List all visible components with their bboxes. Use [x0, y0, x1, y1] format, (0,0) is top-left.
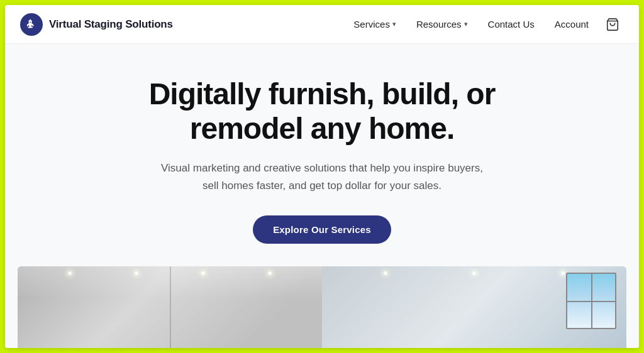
light-7 [561, 271, 565, 275]
brand-logo [20, 13, 43, 36]
room-image-left [18, 266, 322, 348]
light-4 [268, 271, 272, 275]
nav-resources[interactable]: Resources ▾ [409, 14, 475, 35]
navbar-nav: Services ▾ Resources ▾ Contact Us Accoun… [346, 13, 624, 36]
brand[interactable]: Virtual Staging Solutions [20, 13, 173, 36]
hero-subtitle: Visual marketing and creative solutions … [158, 160, 486, 193]
hero-image-strip [18, 266, 626, 348]
light-3 [201, 271, 205, 275]
explore-services-button[interactable]: Explore Our Services [253, 215, 391, 244]
nav-contact[interactable]: Contact Us [480, 14, 542, 35]
light-5 [384, 271, 387, 275]
brand-name: Virtual Staging Solutions [49, 18, 173, 31]
resources-chevron-icon: ▾ [464, 20, 468, 28]
light-2 [135, 271, 138, 275]
room-image-right [322, 266, 626, 348]
window-element [566, 273, 616, 329]
browser-frame: Virtual Staging Solutions Services ▾ Res… [5, 5, 639, 348]
ceiling-lights-left [18, 271, 322, 275]
light-1 [68, 271, 72, 275]
brand-icon [25, 18, 38, 31]
light-6 [472, 271, 476, 275]
hero-title: Digitally furnish, build, or remodel any… [133, 77, 511, 146]
navbar: Virtual Staging Solutions Services ▾ Res… [5, 5, 639, 44]
nav-account[interactable]: Account [547, 14, 596, 35]
services-chevron-icon: ▾ [392, 20, 396, 28]
hero-section: Digitally furnish, build, or remodel any… [5, 44, 639, 348]
cart-icon [606, 18, 619, 31]
nav-services[interactable]: Services ▾ [346, 14, 404, 35]
cart-button[interactable] [601, 13, 624, 36]
